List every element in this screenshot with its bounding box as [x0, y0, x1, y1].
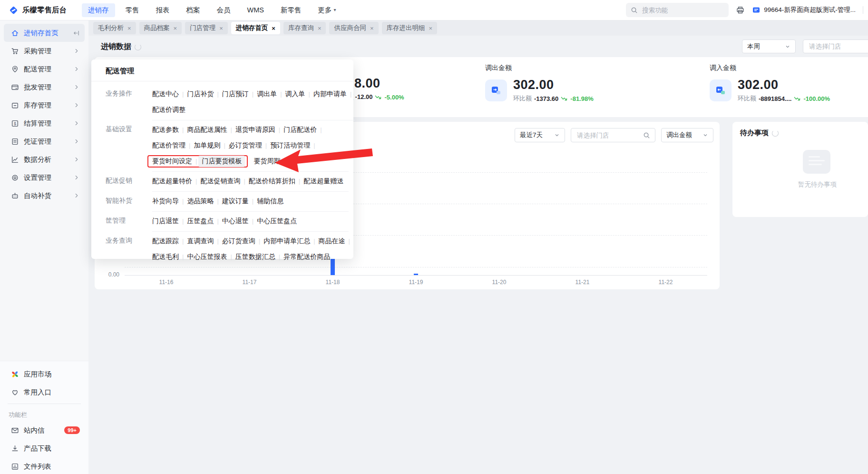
sidebar-item[interactable]: 批发管理: [4, 78, 85, 96]
sidebar-item-end-icon[interactable]: [73, 192, 80, 199]
sidebar-item[interactable]: 文件列表: [4, 457, 85, 474]
menu-item[interactable]: 配送价管理: [152, 141, 185, 150]
tab[interactable]: 门店管理 ×: [185, 22, 228, 34]
chart-store-filter[interactable]: [571, 128, 655, 142]
sidebar-item-end-icon[interactable]: [73, 156, 80, 163]
topbar-nav-item[interactable]: 零售: [119, 3, 146, 17]
menu-item[interactable]: 内部申请单: [313, 90, 347, 99]
sidebar-item[interactable]: 常用入口: [4, 383, 85, 401]
menu-item[interactable]: 异常配送价商品: [283, 253, 330, 261]
menu-item[interactable]: 要货周期: [254, 157, 280, 166]
global-search[interactable]: [626, 3, 729, 17]
sidebar-item[interactable]: 设置管理: [4, 168, 85, 187]
sidebar-item[interactable]: 应用市场: [4, 365, 85, 383]
menu-item[interactable]: 配送跟踪: [152, 237, 179, 246]
topbar-nav-item[interactable]: 档案: [180, 3, 206, 17]
tab[interactable]: 供应商合同 ×: [329, 22, 378, 34]
menu-item[interactable]: 配送促销查询: [200, 177, 240, 186]
menu-item[interactable]: 补货向导: [152, 197, 179, 206]
topbar-nav-item[interactable]: 更多 ▾: [312, 3, 342, 17]
menu-item[interactable]: 门店退筐: [152, 217, 179, 226]
menu-item[interactable]: 必订货管理: [229, 141, 262, 150]
chart-metric-select[interactable]: 调出金额: [661, 128, 713, 142]
sidebar-item-end-icon[interactable]: [73, 48, 80, 54]
sidebar-item[interactable]: 凭证管理: [4, 132, 85, 150]
menu-item[interactable]: 加单规则: [194, 141, 220, 150]
menu-item[interactable]: 直调查询: [187, 237, 214, 246]
sidebar-item-icon: [11, 174, 19, 182]
tab[interactable]: 库存进出明细 ×: [382, 22, 438, 34]
menu-item[interactable]: 调出单: [257, 90, 277, 99]
sidebar-item[interactable]: 配送管理: [4, 60, 85, 78]
menu-item[interactable]: 商品配送属性: [187, 126, 227, 134]
topbar-nav-item[interactable]: WMS: [241, 3, 270, 17]
menu-item[interactable]: 配送毛利: [152, 253, 179, 261]
tab[interactable]: 进销存首页 ×: [231, 22, 280, 34]
printer-icon[interactable]: [736, 6, 745, 15]
menu-item[interactable]: 配送价调整: [152, 106, 185, 114]
sidebar-item-label: 常用入口: [24, 388, 51, 397]
topbar-nav-item[interactable]: 报表: [150, 3, 176, 17]
menu-item[interactable]: 配送超量特价: [152, 177, 192, 186]
menu-item[interactable]: 配送中心: [152, 90, 179, 99]
menu-item[interactable]: 配送超量赠送: [303, 177, 343, 186]
menu-item[interactable]: 配送价结算折扣: [249, 177, 295, 186]
sidebar-item[interactable]: 自动补货: [4, 187, 85, 205]
menu-item[interactable]: 辅助信息: [257, 197, 283, 206]
chart-range-select[interactable]: 最近7天: [515, 128, 565, 142]
sidebar-item-end-icon[interactable]: [73, 120, 80, 127]
close-icon[interactable]: ×: [272, 25, 275, 31]
close-icon[interactable]: ×: [174, 25, 177, 31]
menu-item[interactable]: 建议订量: [222, 197, 249, 206]
sidebar-item-end-icon[interactable]: [73, 138, 80, 145]
topbar-nav-item[interactable]: 进销存: [82, 3, 115, 17]
menu-item[interactable]: 门店要货模板: [198, 156, 245, 167]
menu-item[interactable]: 门店预订: [222, 90, 249, 99]
sidebar-item[interactable]: 产品下载: [4, 439, 85, 457]
search-input[interactable]: [641, 6, 724, 14]
sidebar-item-end-icon[interactable]: [73, 66, 80, 72]
menu-item[interactable]: 中心压筐报表: [187, 253, 227, 261]
menu-item[interactable]: 退货申请原因: [235, 126, 275, 134]
store-input[interactable]: [808, 42, 868, 50]
sidebar-item-end-icon[interactable]: [73, 84, 80, 90]
sidebar-item[interactable]: 库存管理: [4, 96, 85, 114]
sidebar-item[interactable]: 采购管理: [4, 42, 85, 60]
menu-item[interactable]: 内部申请单汇总: [263, 237, 310, 246]
tab[interactable]: 商品档案 ×: [139, 22, 182, 34]
menu-item[interactable]: 门店配送价: [283, 126, 317, 134]
chart-store-input[interactable]: [576, 131, 640, 139]
sidebar-item-end-icon[interactable]: [73, 174, 80, 181]
close-icon[interactable]: ×: [127, 25, 131, 31]
tab[interactable]: 库存查询 ×: [283, 22, 326, 34]
sidebar-item[interactable]: $ 结算管理: [4, 114, 85, 132]
stat-title: 调出金额: [485, 64, 594, 72]
account-switcher[interactable]: 99664-新界面商超版测试-管理...: [752, 6, 856, 14]
close-icon[interactable]: ×: [219, 25, 223, 31]
menu-item[interactable]: 压筐盘点: [187, 217, 214, 226]
menu-item[interactable]: 商品在途: [319, 237, 345, 246]
menu-item[interactable]: 配送参数: [152, 126, 179, 134]
topbar-nav-item[interactable]: 会员: [211, 3, 237, 17]
close-icon[interactable]: ×: [370, 25, 374, 31]
menu-item[interactable]: 选品策略: [187, 197, 214, 206]
menu-item[interactable]: 预订活动管理: [270, 141, 310, 150]
menu-item[interactable]: 必订货查询: [222, 237, 255, 246]
sidebar-item[interactable]: 进销存首页: [4, 24, 85, 42]
menu-item[interactable]: 要货时间设定: [152, 157, 192, 166]
sidebar-item-end-icon[interactable]: [73, 30, 80, 37]
close-icon[interactable]: ×: [429, 25, 433, 31]
tab[interactable]: 毛利分析 ×: [93, 22, 136, 34]
menu-item[interactable]: 调入单: [285, 90, 305, 99]
store-select-input[interactable]: [803, 40, 868, 53]
menu-item[interactable]: 压筐数据汇总: [235, 253, 275, 261]
sidebar-item-end-icon[interactable]: [73, 102, 80, 109]
menu-item[interactable]: 门店补货: [187, 90, 214, 99]
topbar-nav-item[interactable]: 新零售: [274, 3, 308, 17]
menu-item[interactable]: 中心压筐盘点: [257, 217, 297, 226]
period-select[interactable]: 本周: [742, 40, 796, 53]
menu-item[interactable]: 中心退筐: [222, 217, 249, 226]
sidebar-item[interactable]: 站内信 99+: [4, 421, 85, 439]
sidebar-item[interactable]: 数据分析: [4, 150, 85, 168]
close-icon[interactable]: ×: [318, 25, 322, 31]
